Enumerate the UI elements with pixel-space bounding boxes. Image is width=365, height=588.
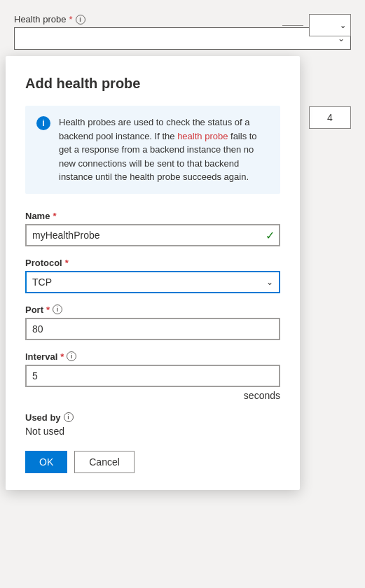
panel-title: Add health probe: [25, 76, 280, 92]
port-field-group: Port * i: [25, 304, 280, 340]
used-by-section: Used by i Not used: [25, 412, 280, 437]
interval-required-star: *: [60, 351, 64, 362]
interval-input-wrapper: [25, 365, 280, 387]
protocol-required-star: *: [65, 258, 69, 268]
interval-field-group: Interval * i seconds: [25, 351, 280, 401]
ok-button[interactable]: OK: [25, 451, 67, 473]
cancel-button[interactable]: Cancel: [74, 451, 135, 473]
add-health-probe-panel: Add health probe i Health probes are use…: [6, 56, 300, 490]
name-input[interactable]: [25, 224, 280, 246]
name-check-icon: ✓: [266, 228, 275, 241]
port-label: Port * i: [25, 304, 280, 315]
line-decoration: [282, 25, 303, 26]
name-label: Name *: [25, 211, 280, 221]
info-banner-icon: i: [36, 116, 50, 130]
port-required-star: *: [46, 304, 50, 315]
name-required-star: *: [53, 211, 56, 221]
name-field-group: Name * ✓: [25, 211, 280, 246]
used-by-label: Used by i: [25, 412, 280, 423]
protocol-field-group: Protocol * TCP ⌄: [25, 258, 280, 293]
port-input-wrapper: [25, 318, 280, 340]
right-dropdown-arrow: ⌄: [340, 21, 346, 30]
protocol-dropdown[interactable]: TCP ⌄: [25, 271, 280, 293]
info-banner-text: Health probes are used to check the stat…: [59, 115, 269, 184]
interval-info-icon[interactable]: i: [67, 351, 76, 361]
not-used-text: Not used: [25, 426, 280, 437]
right-dropdown[interactable]: ⌄: [309, 14, 351, 36]
highlight-text: health probe: [177, 131, 228, 141]
used-by-info-icon[interactable]: i: [64, 412, 74, 422]
info-banner: i Health probes are used to check the st…: [25, 106, 280, 194]
name-input-wrapper: ✓: [25, 224, 280, 246]
interval-label: Interval * i: [25, 351, 280, 362]
port-input[interactable]: [25, 318, 280, 340]
required-star: *: [69, 14, 72, 24]
protocol-dropdown-value: TCP: [32, 276, 52, 288]
button-row: OK Cancel: [25, 451, 280, 473]
health-probe-info-icon[interactable]: i: [76, 15, 85, 24]
seconds-label: seconds: [25, 390, 280, 401]
port-info-icon[interactable]: i: [53, 304, 62, 314]
interval-input[interactable]: [25, 365, 280, 387]
protocol-dropdown-arrow: ⌄: [266, 277, 273, 287]
protocol-label: Protocol *: [25, 258, 280, 268]
right-number-field: 4: [309, 106, 351, 129]
